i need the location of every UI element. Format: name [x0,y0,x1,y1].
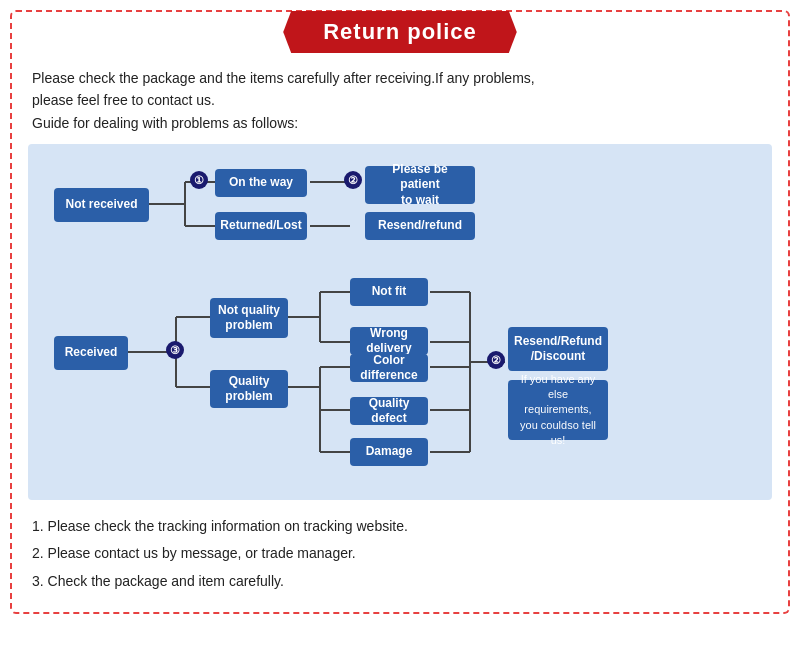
intro-line-3: Guide for dealing with problems as follo… [32,112,768,134]
main-container: Return police Please check the package a… [10,10,790,614]
note-1: 1. Please check the tracking information… [32,514,768,539]
quality-problem-box: Qualityproblem [210,370,288,408]
note-3: 3. Check the package and item carefully. [32,569,768,594]
circle-2-top: ② [344,171,362,189]
note-2: 2. Please contact us by message, or trad… [32,541,768,566]
not-quality-problem-box: Not qualityproblem [210,298,288,338]
quality-defect-box: Quality defect [350,397,428,425]
notes-section: 1. Please check the tracking information… [12,514,788,594]
circle-3: ③ [166,341,184,359]
header-banner: Return police [12,11,788,53]
on-the-way-box: On the way [215,169,307,197]
resend-refund-top-box: Resend/refund [365,212,475,240]
page-title: Return police [283,11,517,53]
not-received-box: Not received [54,188,149,222]
please-be-patient-box: Please be patientto wait [365,166,475,204]
circle-1: ① [190,171,208,189]
wrong-delivery-box: Wrong delivery [350,327,428,355]
if-you-have-box: If you have any else requirements, you c… [508,380,608,440]
intro-section: Please check the package and the items c… [12,67,788,144]
resend-refund-discount-box: Resend/Refund/Discount [508,327,608,371]
diagram-area: Not received ① On the way Returned/Lost … [28,144,772,500]
intro-line-2: please feel free to contact us. [32,89,768,111]
color-difference-box: Color difference [350,354,428,382]
returned-lost-box: Returned/Lost [215,212,307,240]
received-box: Received [54,336,128,370]
diagram-inner: Not received ① On the way Returned/Lost … [40,162,760,482]
not-fit-box: Not fit [350,278,428,306]
damage-box: Damage [350,438,428,466]
circle-2-bottom: ② [487,351,505,369]
intro-line-1: Please check the package and the items c… [32,67,768,89]
